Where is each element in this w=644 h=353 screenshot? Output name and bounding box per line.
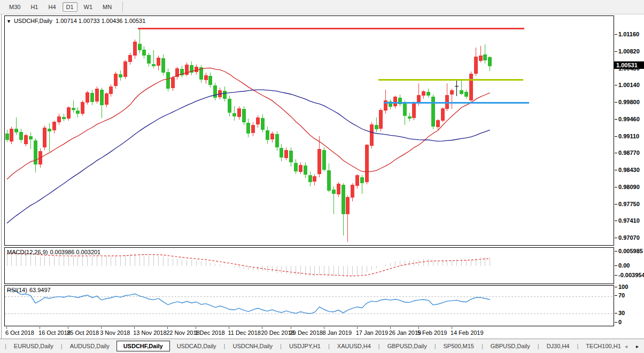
timeframe-button-h4[interactable]: H4 (44, 2, 59, 12)
rsi-axis-label: 30 (618, 310, 625, 316)
chart-dropdown-icon[interactable]: ▼ (6, 19, 11, 24)
date-axis-tick (68, 327, 68, 329)
price-axis-label: 0.99460 (618, 116, 640, 122)
slow-ma-line (7, 90, 490, 223)
date-axis-label: 5 Feb 2019 (417, 330, 447, 336)
tab-usdjpy-h1[interactable]: USDJPY,H1 (282, 341, 328, 351)
macd-axis-label: 0.00 (618, 262, 630, 269)
timeframe-button-h1[interactable]: H1 (27, 2, 42, 12)
tab-tech100-h1[interactable]: TECH100,H1 (579, 341, 627, 351)
price-axis-label: 0.98090 (618, 184, 640, 190)
timeframe-button-mn[interactable]: MN (99, 2, 115, 12)
date-axis-tick (291, 327, 291, 329)
price-axis-label: 1.01160 (618, 31, 639, 37)
rsi-axis-label: 0 (618, 319, 622, 325)
price-axis-label: 0.97410 (618, 217, 640, 224)
date-axis-label: 13 Nov 2018 (133, 330, 166, 336)
price-axis-label: 0.97750 (618, 201, 640, 207)
rsi-value: 63.9497 (29, 287, 51, 293)
tab-separator: | (280, 343, 282, 349)
tab-separator: | (577, 343, 578, 349)
rsi-axis-label: 100 (618, 284, 628, 290)
date-axis-tick (324, 327, 324, 329)
price-axis-label: 0.97070 (618, 234, 640, 241)
macd-label: MACD(12,26,9)0.003986 0.003201 (7, 249, 100, 255)
date-axis-tick (229, 327, 229, 329)
date-axis[interactable]: 6 Oct 201816 Oct 201825 Oct 20183 Nov 20… (4, 326, 644, 339)
tab-usdcnh-daily[interactable]: USDCNH,Daily (226, 341, 280, 351)
date-axis-label: 26 Jan 2019 (389, 330, 422, 336)
tab-separator: | (5, 343, 6, 349)
tab-dj30-h4[interactable]: DJ30,H4 (540, 341, 577, 351)
tab-gbpusd-daily[interactable]: GBPUSD,Daily (484, 341, 537, 351)
price-axis-label: 0.99800 (618, 99, 640, 105)
rsi-axis-label: 70 (618, 292, 625, 299)
tab-gbpusd-daily[interactable]: GBPUSD,Daily (381, 341, 434, 351)
date-axis-label: 29 Dec 2018 (290, 330, 323, 336)
timeframe-button-m30[interactable]: M30 (5, 2, 24, 12)
date-axis-tick (452, 327, 452, 329)
rsi-line (7, 290, 490, 314)
date-axis-tick (262, 327, 262, 329)
date-axis-tick (40, 327, 40, 329)
chart-title: ▼USDCHF,Daily1.00714 1.00733 1.00436 1.0… (6, 18, 145, 24)
macd-indicator-pane[interactable]: MACD(12,26,9)0.003986 0.003201 (4, 247, 614, 284)
macd-axis-label: -0.003954 (618, 272, 644, 278)
date-axis-label: 14 Feb 2019 (451, 330, 484, 336)
chart-ohlc-values: 1.00714 1.00733 1.00436 1.00531 (56, 18, 145, 24)
timeframe-button-d1[interactable]: D1 (63, 2, 77, 12)
date-axis-label: 16 Oct 2018 (38, 330, 71, 336)
date-axis-tick (418, 327, 419, 329)
current-price-badge: 1.00531 (614, 61, 644, 69)
tab-separator: | (224, 343, 226, 349)
date-axis-label: 6 Oct 2018 (5, 330, 34, 336)
price-axis-label: 0.98770 (618, 150, 640, 156)
date-axis-tick (357, 327, 358, 329)
date-axis-label: 8 Jan 2019 (323, 330, 352, 336)
date-axis-tick (134, 327, 135, 329)
rsi-indicator-pane[interactable]: RSI(14)63.9497 (4, 285, 614, 326)
macd-values: 0.003986 0.003201 (50, 249, 100, 255)
price-chart-pane[interactable] (4, 15, 614, 246)
tab-usdchf-daily[interactable]: USDCHF,Daily (117, 341, 170, 351)
macd-axis-label: 0.005985 (618, 248, 643, 254)
tab-scroll-buttons: ◂▸ (625, 339, 639, 353)
date-axis-tick (167, 327, 168, 329)
tab-scroll-right-icon[interactable]: ▸ (636, 343, 639, 349)
tab-scroll-left-icon[interactable]: ◂ (625, 343, 627, 349)
rsi-label: RSI(14)63.9497 (7, 287, 51, 293)
price-axis-label: 0.99110 (618, 133, 639, 139)
date-axis-tick (101, 327, 102, 329)
price-axis-label: 1.00140 (618, 82, 640, 88)
date-axis-label: 25 Oct 2018 (67, 330, 99, 336)
tab-separator: | (378, 343, 380, 349)
toolbar-separator (122, 2, 123, 12)
trading-platform-window: M30H1H4D1W1MN ▼USDCHF,Daily1.00714 1.007… (0, 0, 644, 353)
date-axis-tick (390, 327, 391, 329)
date-axis-label: 3 Nov 2018 (100, 330, 130, 336)
window-frame-edge (1, 14, 2, 339)
tab-xauusd-h4[interactable]: XAUUSD,H4 (330, 341, 378, 351)
tab-separator: | (482, 343, 483, 349)
tab-audusd-daily[interactable]: AUDUSD,Daily (63, 341, 117, 351)
date-axis-label: 1 Dec 2018 (195, 330, 224, 336)
tab-separator: | (61, 343, 63, 349)
chart-symbol-label: USDCHF,Daily (14, 18, 52, 24)
tab-separator: | (328, 343, 330, 349)
tab-separator: | (538, 343, 539, 349)
timeframe-button-w1[interactable]: W1 (80, 2, 97, 12)
macd-signal-line (7, 254, 490, 276)
tab-eurusd-daily[interactable]: EURUSD,Daily (7, 341, 60, 351)
timeframe-toolbar: M30H1H4D1W1MN (0, 0, 644, 14)
price-axis-label: 1.00820 (618, 48, 640, 54)
date-axis-label: 11 Dec 2018 (228, 330, 261, 336)
tab-sp500-m15[interactable]: SP500,M15 (437, 341, 481, 351)
tab-separator: | (434, 343, 436, 349)
date-axis-label: 17 Jan 2019 (356, 330, 389, 336)
date-axis-tick (196, 327, 196, 329)
tab-usdcad-daily[interactable]: USDCAD,Daily (170, 341, 223, 351)
price-axis-label: 0.98430 (618, 167, 640, 173)
date-axis-tick (6, 327, 7, 329)
chart-tab-bar: |EURUSD,Daily|AUDUSD,DailyUSDCHF,DailyUS… (0, 339, 644, 353)
candlestick-plot (5, 16, 614, 245)
